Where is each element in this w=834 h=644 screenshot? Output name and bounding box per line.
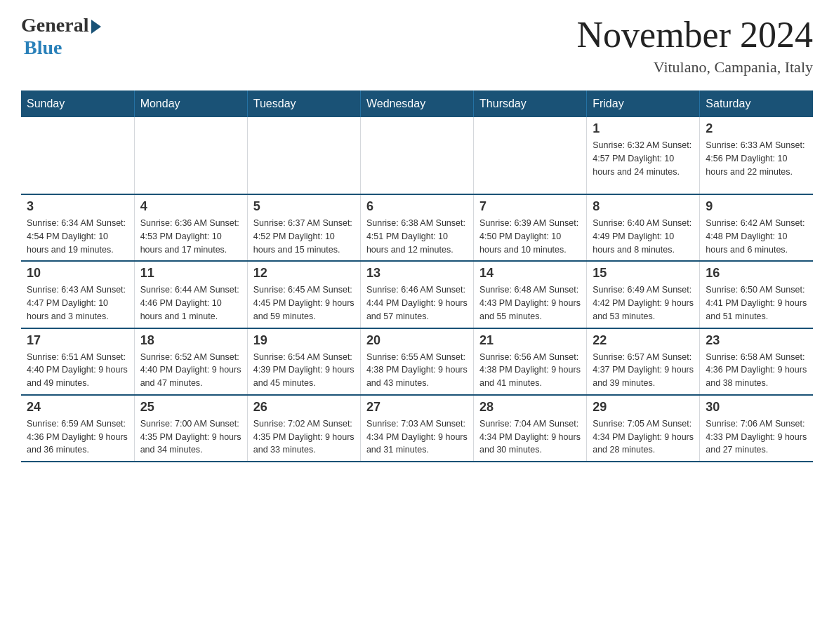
calendar-cell: 19Sunrise: 6:54 AM Sunset: 4:39 PM Dayli… [247, 328, 360, 395]
day-info: Sunrise: 7:06 AM Sunset: 4:33 PM Dayligh… [706, 417, 807, 457]
calendar-cell [247, 117, 360, 194]
day-number: 15 [593, 266, 694, 281]
calendar-cell: 8Sunrise: 6:40 AM Sunset: 4:49 PM Daylig… [587, 194, 700, 261]
logo: General Blue [21, 14, 101, 59]
day-info: Sunrise: 6:52 AM Sunset: 4:40 PM Dayligh… [140, 351, 241, 390]
header-day-tuesday: Tuesday [247, 90, 360, 117]
calendar-cell: 21Sunrise: 6:56 AM Sunset: 4:38 PM Dayli… [474, 328, 587, 395]
header-day-monday: Monday [134, 90, 247, 117]
day-number: 14 [479, 266, 581, 281]
day-number: 17 [27, 333, 128, 348]
day-info: Sunrise: 6:45 AM Sunset: 4:45 PM Dayligh… [253, 283, 355, 323]
logo-blue-text: Blue [24, 36, 62, 59]
calendar-cell: 7Sunrise: 6:39 AM Sunset: 4:50 PM Daylig… [474, 194, 587, 261]
day-number: 13 [366, 266, 468, 281]
calendar-week-row: 17Sunrise: 6:51 AM Sunset: 4:40 PM Dayli… [21, 328, 813, 395]
day-info: Sunrise: 6:34 AM Sunset: 4:54 PM Dayligh… [27, 217, 128, 256]
day-number: 4 [140, 199, 241, 214]
day-number: 20 [366, 333, 468, 348]
day-number: 10 [27, 266, 128, 281]
calendar-cell: 28Sunrise: 7:04 AM Sunset: 4:34 PM Dayli… [474, 395, 587, 462]
calendar-cell: 27Sunrise: 7:03 AM Sunset: 4:34 PM Dayli… [360, 395, 473, 462]
day-info: Sunrise: 6:56 AM Sunset: 4:38 PM Dayligh… [479, 351, 581, 390]
day-info: Sunrise: 6:58 AM Sunset: 4:36 PM Dayligh… [706, 351, 807, 390]
day-number: 12 [253, 266, 355, 281]
day-info: Sunrise: 7:04 AM Sunset: 4:34 PM Dayligh… [479, 417, 581, 457]
calendar-week-row: 10Sunrise: 6:43 AM Sunset: 4:47 PM Dayli… [21, 261, 813, 328]
calendar-cell: 14Sunrise: 6:48 AM Sunset: 4:43 PM Dayli… [474, 261, 587, 328]
day-info: Sunrise: 6:51 AM Sunset: 4:40 PM Dayligh… [27, 351, 128, 390]
calendar-cell: 29Sunrise: 7:05 AM Sunset: 4:34 PM Dayli… [587, 395, 700, 462]
calendar-cell [360, 117, 473, 194]
day-info: Sunrise: 7:05 AM Sunset: 4:34 PM Dayligh… [593, 417, 694, 457]
calendar-week-row: 1Sunrise: 6:32 AM Sunset: 4:57 PM Daylig… [21, 117, 813, 194]
day-info: Sunrise: 7:00 AM Sunset: 4:35 PM Dayligh… [140, 417, 241, 457]
calendar-cell: 23Sunrise: 6:58 AM Sunset: 4:36 PM Dayli… [700, 328, 813, 395]
calendar-cell: 5Sunrise: 6:37 AM Sunset: 4:52 PM Daylig… [247, 194, 360, 261]
title-block: November 2024 Vitulano, Campania, Italy [577, 14, 813, 76]
day-info: Sunrise: 6:36 AM Sunset: 4:53 PM Dayligh… [140, 217, 241, 256]
calendar-cell: 9Sunrise: 6:42 AM Sunset: 4:48 PM Daylig… [700, 194, 813, 261]
logo-general-text: General [21, 14, 88, 36]
day-info: Sunrise: 6:55 AM Sunset: 4:38 PM Dayligh… [366, 351, 468, 390]
day-info: Sunrise: 6:43 AM Sunset: 4:47 PM Dayligh… [27, 283, 128, 323]
day-number: 27 [366, 400, 468, 415]
calendar-cell: 1Sunrise: 6:32 AM Sunset: 4:57 PM Daylig… [587, 117, 700, 194]
calendar-cell: 22Sunrise: 6:57 AM Sunset: 4:37 PM Dayli… [587, 328, 700, 395]
calendar-cell: 2Sunrise: 6:33 AM Sunset: 4:56 PM Daylig… [700, 117, 813, 194]
calendar-cell: 6Sunrise: 6:38 AM Sunset: 4:51 PM Daylig… [360, 194, 473, 261]
calendar-cell: 26Sunrise: 7:02 AM Sunset: 4:35 PM Dayli… [247, 395, 360, 462]
day-number: 30 [706, 400, 807, 415]
logo-arrow-icon [91, 20, 101, 34]
day-number: 29 [593, 400, 694, 415]
calendar-cell [134, 117, 247, 194]
day-info: Sunrise: 6:44 AM Sunset: 4:46 PM Dayligh… [140, 283, 241, 323]
calendar-cell: 18Sunrise: 6:52 AM Sunset: 4:40 PM Dayli… [134, 328, 247, 395]
day-number: 3 [27, 199, 128, 214]
day-number: 18 [140, 333, 241, 348]
header-day-friday: Friday [587, 90, 700, 117]
day-number: 11 [140, 266, 241, 281]
day-info: Sunrise: 7:02 AM Sunset: 4:35 PM Dayligh… [253, 417, 355, 457]
calendar-cell: 3Sunrise: 6:34 AM Sunset: 4:54 PM Daylig… [21, 194, 134, 261]
day-number: 1 [593, 121, 694, 136]
day-number: 26 [253, 400, 355, 415]
day-info: Sunrise: 6:48 AM Sunset: 4:43 PM Dayligh… [479, 283, 581, 323]
day-number: 23 [706, 333, 807, 348]
day-info: Sunrise: 6:54 AM Sunset: 4:39 PM Dayligh… [253, 351, 355, 390]
day-info: Sunrise: 6:33 AM Sunset: 4:56 PM Dayligh… [706, 139, 807, 178]
day-number: 25 [140, 400, 241, 415]
calendar-cell: 17Sunrise: 6:51 AM Sunset: 4:40 PM Dayli… [21, 328, 134, 395]
calendar-cell: 10Sunrise: 6:43 AM Sunset: 4:47 PM Dayli… [21, 261, 134, 328]
day-number: 6 [366, 199, 468, 214]
calendar-cell [21, 117, 134, 194]
day-info: Sunrise: 6:32 AM Sunset: 4:57 PM Dayligh… [593, 139, 694, 178]
calendar-week-row: 24Sunrise: 6:59 AM Sunset: 4:36 PM Dayli… [21, 395, 813, 462]
day-info: Sunrise: 6:50 AM Sunset: 4:41 PM Dayligh… [706, 283, 807, 323]
header-day-sunday: Sunday [21, 90, 134, 117]
day-info: Sunrise: 7:03 AM Sunset: 4:34 PM Dayligh… [366, 417, 468, 457]
day-number: 7 [479, 199, 581, 214]
day-info: Sunrise: 6:59 AM Sunset: 4:36 PM Dayligh… [27, 417, 128, 457]
calendar-cell: 20Sunrise: 6:55 AM Sunset: 4:38 PM Dayli… [360, 328, 473, 395]
month-year-title: November 2024 [577, 14, 813, 55]
day-number: 22 [593, 333, 694, 348]
calendar-week-row: 3Sunrise: 6:34 AM Sunset: 4:54 PM Daylig… [21, 194, 813, 261]
calendar-cell: 11Sunrise: 6:44 AM Sunset: 4:46 PM Dayli… [134, 261, 247, 328]
calendar-cell: 13Sunrise: 6:46 AM Sunset: 4:44 PM Dayli… [360, 261, 473, 328]
day-info: Sunrise: 6:39 AM Sunset: 4:50 PM Dayligh… [479, 217, 581, 256]
calendar-cell: 30Sunrise: 7:06 AM Sunset: 4:33 PM Dayli… [700, 395, 813, 462]
day-number: 19 [253, 333, 355, 348]
day-number: 9 [706, 199, 807, 214]
day-info: Sunrise: 6:49 AM Sunset: 4:42 PM Dayligh… [593, 283, 694, 323]
header-day-thursday: Thursday [474, 90, 587, 117]
day-number: 16 [706, 266, 807, 281]
calendar-cell: 15Sunrise: 6:49 AM Sunset: 4:42 PM Dayli… [587, 261, 700, 328]
day-info: Sunrise: 6:37 AM Sunset: 4:52 PM Dayligh… [253, 217, 355, 256]
calendar-cell: 4Sunrise: 6:36 AM Sunset: 4:53 PM Daylig… [134, 194, 247, 261]
day-number: 5 [253, 199, 355, 214]
calendar-cell: 24Sunrise: 6:59 AM Sunset: 4:36 PM Dayli… [21, 395, 134, 462]
page-header: General Blue November 2024 Vitulano, Cam… [21, 14, 813, 76]
calendar-cell [474, 117, 587, 194]
day-number: 24 [27, 400, 128, 415]
